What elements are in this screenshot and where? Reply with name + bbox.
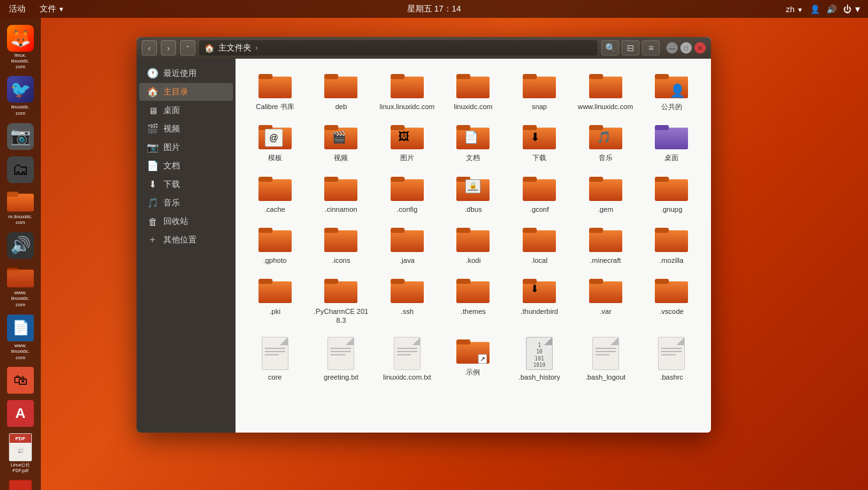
- file-item-gconf[interactable]: .gconf: [507, 169, 571, 218]
- file-item-vscode[interactable]: .vscode: [640, 271, 703, 329]
- sidebar-label-trash: 回收站: [163, 216, 188, 227]
- sidebar-item-recent[interactable]: 🕐 最近使用: [139, 64, 233, 82]
- power-icon[interactable]: ⏻ ▼: [843, 4, 862, 14]
- svg-rect-19: [523, 77, 556, 98]
- svg-rect-56: [391, 177, 405, 182]
- menu-button[interactable]: ≡: [642, 40, 660, 56]
- search-button[interactable]: 🔍: [601, 40, 619, 56]
- file-item-calibre[interactable]: Calibre 书库: [243, 66, 307, 115]
- desktop: 🦊 linux.linuxidc.com 🐦 linuxidc.com 📷 🗂: [0, 18, 868, 490]
- file-item-gnupg[interactable]: .gnupg: [640, 169, 703, 218]
- dock-item-folder-www[interactable]: www.linuxidc.com: [4, 264, 37, 310]
- file-item-pki[interactable]: .pki: [243, 271, 307, 329]
- file-item-gem[interactable]: .gem: [574, 169, 638, 218]
- dock-item-libreoffice[interactable]: 📄 www.linuxidc.com: [4, 313, 37, 363]
- file-item-bash-history[interactable]: 1101011010 .bash_history: [507, 332, 571, 385]
- file-item-pictures-folder[interactable]: 🖼 图片: [375, 117, 439, 166]
- sidebar-item-other[interactable]: + 其他位置: [139, 231, 233, 249]
- file-item-thunderbird-folder[interactable]: ⬇ .thunderbird: [507, 271, 571, 329]
- file-item-java[interactable]: .java: [375, 220, 439, 269]
- list-view-button[interactable]: ⊟: [622, 40, 640, 56]
- dock-item-camera[interactable]: 📷: [4, 121, 37, 152]
- file-item-themes[interactable]: .themes: [442, 271, 505, 329]
- forward-button[interactable]: ›: [161, 40, 176, 56]
- location-bar[interactable]: 🏠 主文件夹 ›: [199, 40, 597, 56]
- dock-item-thunderbird[interactable]: 🐦 linuxidc.com: [4, 74, 37, 118]
- svg-rect-88: [655, 230, 688, 252]
- file-item-pycharm[interactable]: .PyCharmCE 2018.3: [310, 271, 373, 329]
- file-item-minecraft[interactable]: .minecraft: [574, 220, 638, 269]
- sidebar-item-downloads[interactable]: ⬇ 下载: [139, 175, 233, 193]
- file-item-kodi[interactable]: .kodi: [442, 220, 505, 269]
- file-item-greeting[interactable]: greeting.txt: [310, 332, 373, 385]
- trash-sidebar-icon: 🗑: [147, 216, 158, 227]
- minimize-button[interactable]: —: [666, 42, 678, 54]
- dock-item-pdf[interactable]: PDF 📰 Linux公社PDF.pdf: [4, 431, 37, 475]
- dock-item-png[interactable]: LINUX www.linuxidc.com.png: [4, 478, 37, 490]
- svg-rect-55: [391, 179, 424, 201]
- file-item-templates[interactable]: @ 模板: [243, 117, 307, 166]
- file-item-var[interactable]: .var: [574, 271, 638, 329]
- file-item-bash-logout[interactable]: .bash_logout: [574, 332, 638, 385]
- file-item-bashrc[interactable]: .bashrc: [640, 332, 703, 385]
- file-item-local[interactable]: .local: [507, 220, 571, 269]
- sidebar-label-home: 主目录: [163, 86, 188, 98]
- volume-icon[interactable]: 🔊: [827, 4, 837, 14]
- sidebar: 🕐 最近使用 🏠 主目录 🖥 桌面 🎬 视频: [137, 59, 236, 433]
- file-item-linuxidc-txt[interactable]: linuxidc.com.txt: [375, 332, 439, 385]
- file-item-core[interactable]: core: [243, 332, 307, 385]
- sidebar-label-documents: 文档: [163, 160, 180, 172]
- file-item-downloads-folder[interactable]: ⬇ 下载: [507, 117, 571, 166]
- sidebar-item-music[interactable]: 🎵 音乐: [139, 194, 233, 212]
- sidebar-item-pictures[interactable]: 📷 图片: [139, 138, 233, 156]
- fm-body: 🕐 最近使用 🏠 主目录 🖥 桌面 🎬 视频: [137, 59, 711, 433]
- file-item-linuxidc-com[interactable]: linuxidc.com: [442, 66, 505, 115]
- file-item-music-folder[interactable]: 🎵 音乐: [574, 117, 638, 166]
- svg-rect-97: [391, 281, 424, 303]
- file-item-ssh[interactable]: .ssh: [375, 271, 439, 329]
- svg-rect-70: [258, 230, 292, 252]
- sidebar-label-other: 其他位置: [163, 234, 197, 246]
- svg-rect-62: [523, 177, 537, 182]
- sidebar-label-videos: 视频: [163, 123, 180, 135]
- downloads-icon: ⬇: [147, 179, 158, 190]
- sidebar-item-videos[interactable]: 🎬 视频: [139, 120, 233, 138]
- file-item-documents-folder[interactable]: 📄 文档: [442, 117, 505, 166]
- file-item-gphoto[interactable]: .gphoto: [243, 220, 307, 269]
- sidebar-item-home[interactable]: 🏠 主目录: [139, 83, 233, 101]
- file-item-dbus[interactable]: 🔒 .dbus: [442, 169, 505, 218]
- file-item-snap[interactable]: snap: [507, 66, 571, 115]
- file-item-desktop-folder[interactable]: 桌面: [640, 117, 703, 166]
- sidebar-item-documents[interactable]: 📄 文档: [139, 157, 233, 175]
- maximize-button[interactable]: □: [680, 42, 692, 54]
- dock-item-folder-linuxidc[interactable]: m.linuxidc.com: [4, 188, 37, 228]
- dock-item-store[interactable]: 🛍: [4, 365, 37, 396]
- svg-rect-53: [324, 177, 338, 182]
- sidebar-item-desktop[interactable]: 🖥 桌面: [139, 101, 233, 119]
- back-button[interactable]: ‹: [142, 40, 157, 56]
- file-item-deb[interactable]: deb: [310, 66, 373, 115]
- file-item-www-linuxidc[interactable]: www.linuxidc.com: [574, 66, 638, 115]
- file-item-icons[interactable]: .icons: [310, 220, 373, 269]
- file-item-cache[interactable]: .cache: [243, 169, 307, 218]
- svg-rect-91: [258, 281, 292, 303]
- file-item-mozilla[interactable]: .mozilla: [640, 220, 703, 269]
- dock-item-firefox[interactable]: 🦊 linux.linuxidc.com: [4, 23, 37, 71]
- svg-rect-5: [7, 269, 34, 286]
- dock-item-file-manager[interactable]: 🗂: [4, 154, 37, 185]
- language-selector[interactable]: zh ▼: [786, 4, 803, 14]
- dock-item-fonts[interactable]: A: [4, 398, 37, 429]
- file-manager-menu[interactable]: 文件 ▼: [37, 0, 67, 18]
- file-item-videos-folder[interactable]: 🎬 视频: [310, 117, 373, 166]
- close-button[interactable]: ✕: [694, 42, 706, 54]
- add-location-icon: +: [147, 234, 158, 246]
- file-item-config[interactable]: .config: [375, 169, 439, 218]
- file-item-example[interactable]: ↗ 示例: [442, 332, 505, 385]
- file-item-public[interactable]: 👤 公共的: [640, 66, 703, 115]
- dock-item-speaker[interactable]: 🔊: [4, 230, 37, 261]
- file-item-cinnamon[interactable]: .cinnamon: [310, 169, 373, 218]
- activities-button[interactable]: 活动: [6, 0, 28, 18]
- sidebar-item-trash[interactable]: 🗑 回收站: [139, 212, 233, 230]
- parent-button[interactable]: ⌃: [180, 40, 195, 56]
- file-item-linux-linuxidc[interactable]: linux.linuxidc.com: [375, 66, 439, 115]
